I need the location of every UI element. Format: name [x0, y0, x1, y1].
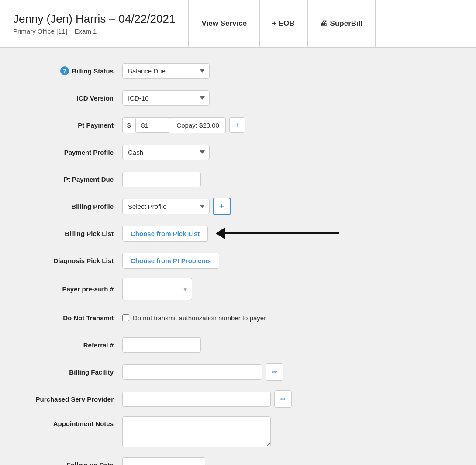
billing-picklist-label: Billing Pick List	[17, 230, 122, 237]
do-not-transmit-row: Do Not Transmit Do not transmit authoriz…	[17, 308, 459, 327]
patient-details: Primary Office [11] – Exam 1	[13, 28, 175, 35]
icd-version-row: ICD Version ICD-10 ICD-9	[17, 88, 459, 108]
followup-date-row: Follow-up Date	[17, 455, 459, 465]
icd-version-label: ICD Version	[17, 94, 122, 102]
payment-profile-row: Payment Profile Cash Check Credit Card	[17, 142, 459, 162]
pt-payment-row: Pt Payment $ Copay: $20.00 +	[17, 115, 459, 135]
pt-payment-due-label: Pt Payment Due	[17, 176, 122, 183]
choose-from-picklist-button[interactable]: Choose from Pick List	[122, 226, 208, 242]
payer-preauth-control: ▼	[122, 278, 192, 300]
billing-facility-control: ✏	[122, 363, 283, 381]
payment-profile-select[interactable]: Cash Check Credit Card	[122, 145, 210, 160]
pt-payment-due-control	[122, 172, 201, 187]
view-service-button[interactable]: View Service	[189, 0, 260, 47]
pt-payment-group: $ Copay: $20.00	[122, 117, 226, 133]
icd-version-select[interactable]: ICD-10 ICD-9	[122, 90, 210, 106]
purchased-serv-edit-button[interactable]: ✏	[274, 390, 292, 408]
pt-payment-label: Pt Payment	[17, 121, 122, 129]
billing-facility-label: Billing Facility	[17, 368, 122, 376]
choose-from-ptproblems-button[interactable]: Choose from Pt Problems	[122, 253, 219, 269]
appointment-notes-control	[122, 416, 271, 447]
payment-profile-label: Payment Profile	[17, 149, 122, 156]
followup-date-control	[122, 457, 205, 465]
patient-name: Jenny (Jen) Harris – 04/22/2021	[13, 12, 175, 26]
icd-version-control: ICD-10 ICD-9	[122, 90, 210, 106]
header-actions: View Service + EOB 🖨 SuperBill	[189, 0, 476, 47]
referral-row: Referral #	[17, 335, 459, 354]
billing-status-label: ? Billing Status	[17, 66, 122, 75]
pt-payment-input[interactable]	[135, 118, 170, 133]
diagnosis-picklist-row: Diagnosis Pick List Choose from Pt Probl…	[17, 251, 459, 270]
billing-profile-control: Select Profile +	[122, 198, 231, 215]
payment-profile-control: Cash Check Credit Card	[122, 145, 210, 160]
do-not-transmit-label: Do Not Transmit	[17, 314, 122, 322]
card-icon: 🖨	[320, 19, 328, 28]
billing-profile-label: Billing Profile	[17, 203, 122, 210]
payer-preauth-input[interactable]	[128, 282, 176, 296]
copay-text: Copay: $20.00	[170, 118, 225, 132]
eob-label: + EOB	[272, 19, 295, 28]
pencil-icon: ✏	[272, 368, 277, 376]
dollar-sign: $	[123, 118, 135, 132]
billing-facility-input[interactable]	[122, 364, 262, 380]
followup-date-label: Follow-up Date	[17, 461, 122, 465]
arrow-annotation	[216, 227, 339, 239]
billing-picklist-row: Billing Pick List Choose from Pick List	[17, 224, 459, 243]
payer-preauth-row: Payer pre-auth # ▼	[17, 278, 459, 300]
referral-label: Referral #	[17, 341, 122, 349]
appointment-notes-textarea[interactable]	[122, 416, 271, 447]
diagnosis-picklist-control: Choose from Pt Problems	[122, 253, 219, 269]
referral-control	[122, 337, 201, 353]
superbill-button[interactable]: 🖨 SuperBill	[308, 0, 376, 47]
do-not-transmit-control: Do not transmit authorization number to …	[122, 314, 266, 322]
followup-date-input[interactable]	[122, 457, 205, 465]
billing-status-row: ? Billing Status Balance Due Paid Pendin…	[17, 61, 459, 80]
purchased-serv-input[interactable]	[122, 392, 271, 407]
appointment-notes-row: Appointment Notes	[17, 416, 459, 447]
do-not-transmit-group: Do not transmit authorization number to …	[122, 314, 266, 322]
billing-profile-plus-button[interactable]: +	[213, 198, 231, 215]
page-header: Jenny (Jen) Harris – 04/22/2021 Primary …	[0, 0, 476, 48]
billing-profile-row: Billing Profile Select Profile +	[17, 197, 459, 216]
diagnosis-picklist-label: Diagnosis Pick List	[17, 257, 122, 264]
arrow-head	[216, 227, 225, 239]
purchased-serv-label: Purchased Serv Provider	[17, 396, 122, 403]
purchased-serv-row: Purchased Serv Provider ✏	[17, 389, 459, 409]
superbill-label: SuperBill	[330, 19, 363, 28]
payer-preauth-input-wrapper: ▼	[122, 278, 192, 300]
do-not-transmit-checkbox[interactable]	[122, 314, 129, 321]
billing-facility-edit-button[interactable]: ✏	[266, 363, 283, 381]
purchased-serv-control: ✏	[122, 390, 292, 408]
appointment-notes-label: Appointment Notes	[17, 416, 122, 427]
pt-payment-plus-button[interactable]: +	[229, 117, 245, 133]
patient-info-block: Jenny (Jen) Harris – 04/22/2021 Primary …	[0, 0, 189, 47]
billing-facility-row: Billing Facility ✏	[17, 362, 459, 382]
billing-profile-select[interactable]: Select Profile	[122, 199, 210, 214]
pt-payment-due-row: Pt Payment Due	[17, 170, 459, 189]
payer-preauth-dropdown-icon: ▼	[182, 286, 188, 293]
pencil-icon-2: ✏	[280, 395, 286, 403]
eob-button[interactable]: + EOB	[260, 0, 308, 47]
referral-input[interactable]	[122, 337, 201, 353]
payer-preauth-label: Payer pre-auth #	[17, 285, 122, 293]
pt-payment-control: $ Copay: $20.00 +	[122, 117, 245, 133]
form-content: ? Billing Status Balance Due Paid Pendin…	[0, 48, 476, 465]
pt-payment-due-input[interactable]	[122, 172, 201, 187]
billing-status-help-icon[interactable]: ?	[60, 66, 69, 75]
billing-profile-group: Select Profile +	[122, 198, 231, 215]
billing-status-select[interactable]: Balance Due Paid Pending	[122, 63, 210, 79]
do-not-transmit-checkbox-label: Do not transmit authorization number to …	[133, 314, 266, 322]
billing-status-control: Balance Due Paid Pending	[122, 63, 210, 79]
billing-picklist-control: Choose from Pick List	[122, 226, 339, 242]
view-service-label: View Service	[201, 19, 247, 28]
arrow-line	[225, 232, 339, 234]
